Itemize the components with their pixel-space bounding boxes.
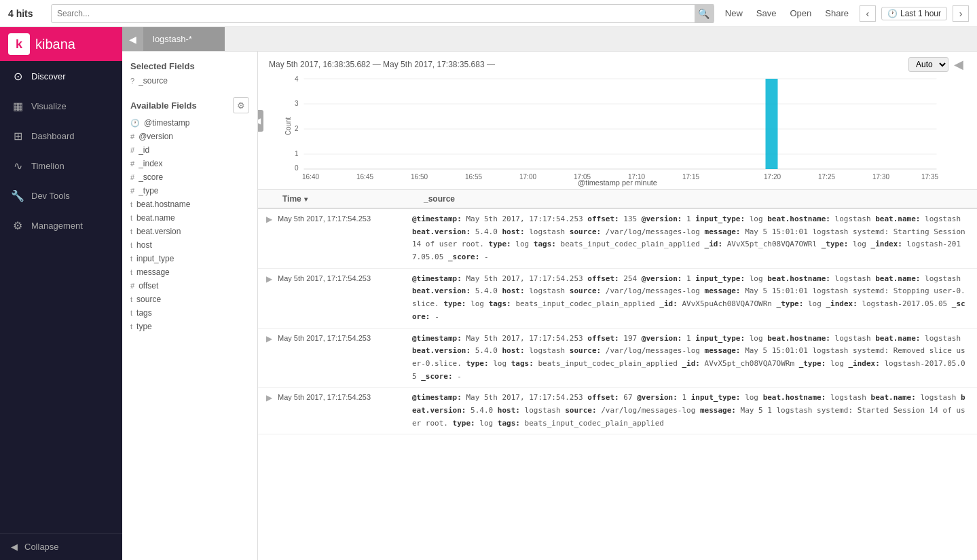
field-offset[interactable]: # offset [122,279,257,293]
sidebar-label-devtools: Dev Tools [31,191,70,201]
field-label-index: _index [139,159,162,168]
row-source: @timestamp: May 5th 2017, 17:17:54.253 o… [412,392,969,430]
svg-text:1: 1 [295,150,299,157]
type-icon-message: t [130,268,132,276]
table-row: ▶ May 5th 2017, 17:17:54.253 @timestamp:… [258,269,977,329]
type-icon-inputtype: t [130,255,132,263]
time-picker-label: Last 1 hour [900,9,941,18]
type-icon-id: # [130,146,134,154]
new-button[interactable]: New [720,6,748,20]
open-button[interactable]: Open [784,6,817,20]
field-beatversion[interactable]: t beat.version [122,225,257,238]
topbar: 4 hits 🔍 New Save Open Share ‹ 🕐 Last 1 … [0,0,977,27]
field-index[interactable]: # _index [122,157,257,170]
field-name-source: _source [139,76,168,86]
svg-text:16:50: 16:50 [411,173,428,181]
field-label-score: _score [139,172,163,182]
logo-text: kibana [35,37,75,52]
visualize-icon: ▦ [11,99,24,113]
svg-text:2: 2 [295,125,299,132]
search-button[interactable]: 🔍 [695,4,714,23]
sidebar-item-devtools[interactable]: 🔧 Dev Tools [0,181,122,210]
type-icon-source: t [130,295,132,303]
field-score[interactable]: # _score [122,170,257,184]
type-icon-index: # [130,160,134,168]
field-type-row[interactable]: # _type [122,184,257,198]
field-label-offset: offset [139,281,158,291]
next-arrow[interactable]: › [953,5,969,22]
row-source: @timestamp: May 5th 2017, 17:17:54.253 o… [412,333,969,384]
svg-text:17:30: 17:30 [872,173,889,181]
type-icon-beatversion: t [130,227,132,236]
sidebar-label-dashboard: Dashboard [31,131,75,141]
field-beatname[interactable]: t beat.name [122,211,257,225]
svg-text:4: 4 [295,75,299,83]
timelion-icon: ∿ [11,159,24,172]
svg-text:Count: Count [284,117,292,135]
row-expand-btn[interactable]: ▶ [266,274,272,284]
field-label-beatversion: beat.version [136,227,181,236]
row-time: May 5th 2017, 17:17:54.253 [278,273,407,282]
sidebar-collapse-button[interactable]: ◀ Collapse [0,533,122,560]
time-picker[interactable]: 🕐 Last 1 hour [881,7,947,20]
management-icon: ⚙ [11,219,24,232]
time-header-label: Time [282,194,301,204]
row-expand-btn[interactable]: ▶ [266,334,272,343]
sidebar-item-dashboard[interactable]: ⊞ Dashboard [0,121,122,151]
type-icon-timestamp: 🕐 [130,119,140,128]
chart-collapse-left[interactable]: ◀ [258,110,263,132]
logo-icon: k [8,33,30,55]
sidebar-label-discover: Discover [31,71,66,81]
prev-arrow[interactable]: ‹ [860,5,876,22]
results-header: Time ▾ _source [258,190,977,209]
available-fields-settings[interactable]: ⚙ [233,97,249,113]
devtools-icon: 🔧 [11,189,24,202]
field-version[interactable]: # @version [122,130,257,143]
field-inputtype[interactable]: t input_type [122,252,257,265]
svg-rect-10 [766,79,778,169]
selected-field-source[interactable]: ? _source [122,74,257,88]
histogram-chart: 4 3 2 1 0 [269,72,966,184]
index-collapse-btn[interactable]: ◀ [122,27,143,51]
field-label-message: message [136,267,170,277]
field-label-timestamp: @timestamp [144,118,190,128]
field-label-id: _id [139,145,149,155]
sidebar-item-timelion[interactable]: ∿ Timelion [0,151,122,181]
time-column-header[interactable]: Time ▾ [282,194,418,204]
field-label-tags: tags [136,308,152,318]
field-beathostname[interactable]: t beat.hostname [122,198,257,211]
svg-text:3: 3 [295,100,299,107]
share-button[interactable]: Share [819,6,854,20]
chart-x-label: @timestamp per minute [269,179,966,189]
chart-expand-btn[interactable]: ◀ [951,57,966,72]
type-icon-typefield: t [130,322,132,331]
row-time: May 5th 2017, 17:17:54.253 [278,392,407,401]
type-icon-beatname: t [130,214,132,222]
row-expand-btn[interactable]: ▶ [266,393,272,403]
sidebar-item-visualize[interactable]: ▦ Visualize [0,91,122,121]
field-host[interactable]: t host [122,238,257,252]
table-row: ▶ May 5th 2017, 17:17:54.253 @timestamp:… [258,209,977,269]
field-source[interactable]: t source [122,293,257,306]
svg-text:17:20: 17:20 [764,173,781,181]
source-column-header: _source [424,194,969,204]
sidebar-item-management[interactable]: ⚙ Management [0,210,122,240]
sidebar-label-timelion: Timelion [31,161,64,171]
field-label-version: @version [139,132,173,141]
field-timestamp[interactable]: 🕐 @timestamp [122,116,257,130]
row-expand-btn[interactable]: ▶ [266,214,272,224]
field-message[interactable]: t message [122,265,257,279]
field-tags[interactable]: t tags [122,306,257,320]
field-id[interactable]: # _id [122,143,257,157]
search-input[interactable] [52,9,695,18]
sidebar-item-discover[interactable]: ⊙ Discover [0,61,122,91]
clock-icon: 🕐 [887,9,898,18]
field-typefield[interactable]: t type [122,320,257,333]
field-type-source: ? [130,77,134,85]
svg-text:16:55: 16:55 [465,173,482,181]
save-button[interactable]: Save [751,6,782,20]
type-icon-type: # [130,187,134,195]
chart-auto-select[interactable]: Auto [908,57,948,72]
row-time: May 5th 2017, 17:17:54.253 [278,333,407,342]
sidebar-logo[interactable]: k kibana [0,27,122,61]
